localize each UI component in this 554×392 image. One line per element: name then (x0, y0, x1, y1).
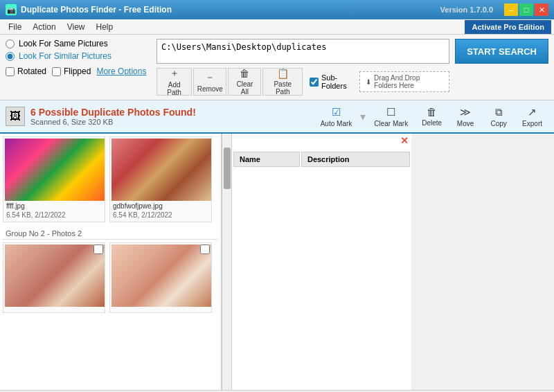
app-icon: 📷 (6, 4, 17, 15)
automark-divider: ▾ (360, 110, 366, 123)
clear-mark-button[interactable]: ☐ Clear Mark (368, 103, 414, 130)
photo-filename-2: gdbfwofjpwe.jpg (111, 201, 164, 211)
menu-view[interactable]: View (62, 21, 91, 33)
radio-same[interactable] (6, 39, 15, 48)
radio-options: Look For Same Pictures Look For Similar … (6, 39, 151, 76)
move-icon: ≫ (460, 106, 471, 118)
menu-action[interactable]: Action (27, 21, 61, 33)
results-icon: 🖼 (6, 107, 25, 126)
minimize-button[interactable]: – (504, 3, 518, 16)
photo-row-group2 (3, 242, 218, 313)
drag-drop-area: ⬇ Drag And Drop Folders Here (359, 71, 449, 92)
minus-icon: － (205, 71, 215, 84)
photo-card-4[interactable] (109, 242, 212, 313)
radio-similar-text: Look For Similar Pictures (19, 51, 111, 61)
radio-same-text: Look For Same Pictures (19, 39, 108, 48)
scroll-track[interactable] (222, 134, 231, 390)
photo-card-3[interactable] (3, 242, 105, 313)
clear-all-icon: 🗑 (240, 68, 249, 79)
right-panel-table: Name Description (232, 150, 411, 168)
subfolder-label[interactable]: Sub-Folders (310, 73, 352, 90)
scroll-thumb[interactable] (224, 148, 231, 189)
photo-checkbox-4[interactable] (200, 244, 210, 254)
add-icon: ＋ (170, 67, 179, 80)
auto-mark-icon: ☑ (332, 106, 341, 118)
path-area: ＋ Add Path － Remove 🗑 Clear All 📋 Paste … (157, 39, 449, 96)
photo-filename-1: ffff.jpg (5, 201, 26, 211)
main-content: ffff.jpg 6.54 KB, 2/12/2022 gdbfwofjpwe.… (0, 134, 554, 390)
menu-file[interactable]: File (3, 21, 27, 33)
app-title: Duplicate Photos Finder - Free Edition (21, 5, 172, 15)
photo-card-2[interactable]: gdbfwofjpwe.jpg 6.54 KB, 2/12/2022 (109, 136, 212, 222)
right-panel-scroll[interactable]: Name Description (232, 134, 411, 390)
photo-meta-3 (5, 310, 8, 311)
name-col-header: Name (233, 152, 300, 167)
rotated-label[interactable]: Rotated (6, 66, 46, 76)
delete-icon: 🗑 (427, 106, 437, 118)
flipped-label[interactable]: Flipped (52, 66, 91, 76)
photo-meta-4 (111, 310, 114, 311)
delete-button[interactable]: 🗑 Delete (416, 103, 448, 130)
radio-similar-label[interactable]: Look For Similar Pictures (6, 51, 151, 61)
auto-mark-button[interactable]: ☑ Auto Mark (314, 103, 359, 130)
radio-similar[interactable] (6, 52, 15, 61)
start-search-button[interactable]: START SEARCH (455, 39, 548, 64)
move-button[interactable]: ≫ Move (449, 103, 481, 130)
paste-icon: 📋 (277, 68, 289, 79)
paste-path-button[interactable]: 📋 Paste Path (262, 68, 303, 96)
results-title: 6 Possible Duplicate Photos Found! (30, 107, 196, 118)
menu-help[interactable]: Help (91, 21, 119, 33)
copy-button[interactable]: ⧉ Copy (483, 103, 515, 130)
photo-row-group1: ffff.jpg 6.54 KB, 2/12/2022 gdbfwofjpwe.… (3, 136, 218, 222)
photo-card-1[interactable]: ffff.jpg 6.54 KB, 2/12/2022 (3, 136, 105, 222)
photo-thumb-4 (111, 244, 211, 307)
export-icon: ↗ (528, 106, 537, 118)
menu-bar: File Action View Help Activate Pro Editi… (0, 19, 554, 35)
results-sub: Scanned 6, Size 320 KB (30, 118, 196, 126)
action-toolbar: ☑ Auto Mark ▾ ☐ Clear Mark 🗑 Delete ≫ Mo… (314, 103, 548, 130)
more-options-link[interactable]: More Options (96, 66, 146, 76)
version-text: Version 1.7.0.0 (440, 6, 493, 14)
clear-mark-icon: ☐ (386, 106, 395, 118)
subfolder-checkbox[interactable] (310, 78, 319, 87)
export-button[interactable]: ↗ Export (516, 103, 548, 130)
copy-icon: ⧉ (495, 106, 503, 118)
close-button[interactable]: ✕ (535, 3, 548, 16)
flipped-checkbox[interactable] (52, 67, 61, 76)
results-header: 🖼 6 Possible Duplicate Photos Found! Sca… (0, 100, 554, 134)
group2-label: Group No 2 - Photos 2 (3, 226, 218, 240)
right-panel-close-button[interactable]: ✕ (400, 135, 409, 146)
title-bar: 📷 Duplicate Photos Finder - Free Edition… (0, 0, 554, 19)
clear-all-button[interactable]: 🗑 Clear All (228, 68, 261, 96)
results-info: 🖼 6 Possible Duplicate Photos Found! Sca… (6, 107, 196, 126)
search-panel: Look For Same Pictures Look For Similar … (0, 35, 554, 100)
add-path-button[interactable]: ＋ Add Path (157, 68, 192, 96)
path-toolbar: ＋ Add Path － Remove 🗑 Clear All 📋 Paste … (157, 68, 449, 96)
remove-button[interactable]: － Remove (193, 68, 226, 96)
photo-thumb-1 (5, 139, 105, 201)
photo-checkbox-3[interactable] (93, 244, 103, 254)
maximize-button[interactable]: □ (519, 3, 533, 16)
photo-grid[interactable]: ffff.jpg 6.54 KB, 2/12/2022 gdbfwofjpwe.… (0, 134, 222, 390)
radio-same-label[interactable]: Look For Same Pictures (6, 39, 151, 48)
path-input[interactable] (157, 39, 449, 64)
right-panel: ✕ Name Description (231, 134, 411, 390)
drag-drop-icon: ⬇ (366, 78, 371, 86)
photo-thumb-2 (111, 139, 211, 201)
photo-meta-1: 6.54 KB, 2/12/2022 (5, 211, 67, 220)
desc-col-header: Description (301, 152, 410, 167)
activate-pro-button[interactable]: Activate Pro Edition (465, 20, 551, 34)
photo-thumb-3 (5, 244, 105, 307)
photo-meta-2: 6.54 KB, 2/12/2022 (111, 211, 174, 220)
rotated-checkbox[interactable] (6, 67, 15, 76)
